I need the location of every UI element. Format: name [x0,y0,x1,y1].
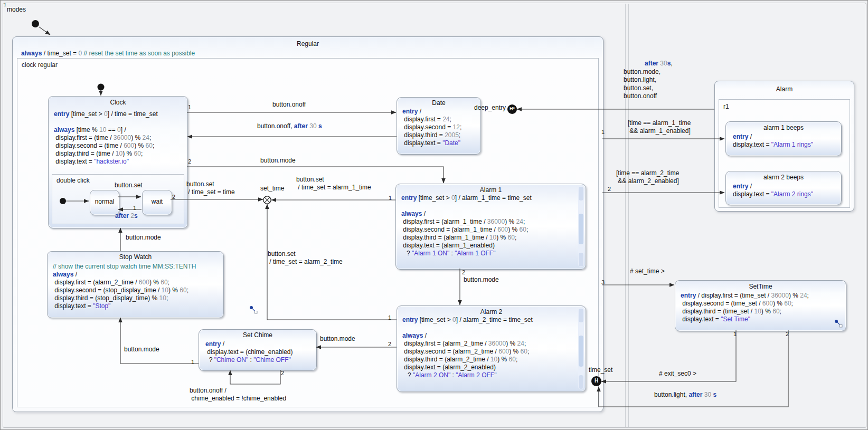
transition-priority: 2 [188,159,191,165]
transition-set-chime-to-stop-watch[interactable] [120,318,199,364]
transition-priority: 2 [388,341,391,347]
time-set-entry-label: time_set [589,366,612,374]
transition-set-chime-self[interactable] [230,370,280,384]
transition-priority: 1 [388,315,391,321]
initial-state-dot[interactable] [98,84,105,91]
transition-priority: 1 [389,195,392,201]
label-date-to-clock[interactable]: button.onoff, after 30 s [257,122,322,130]
label-alarm2-to-set-time[interactable]: button.set / time_set = alarm_2_time [268,250,343,266]
shallow-history-entry-icon[interactable]: H [592,377,601,386]
label-set-chime-to-stop-watch[interactable]: button.mode [124,346,159,353]
label-regular-to-alarm1-beeps[interactable]: [time == alarm_1_time && alarm_1_enabled… [628,119,691,135]
statechart-canvas: 1 modes Regular always / time_set = 0 //… [0,0,868,430]
label-wait-to-set-time[interactable]: button.set / time_set = time [186,180,235,196]
transition-priority: 1 [133,205,136,211]
transition-priority: 1 [188,104,191,110]
transition-priority: 2 [462,270,465,275]
label-clock-to-date[interactable]: button.onoff [272,101,306,109]
initial-state-dot[interactable] [60,198,66,204]
label-regular-to-alarm2-beeps[interactable]: [time == alarm_2_time && alarm_2_enabled… [616,169,679,185]
transition-priority: 2 [172,194,175,200]
transition-priority: 1 [733,331,737,337]
label-alarm2-to-set-chime[interactable]: button.mode [320,335,355,343]
transition-priority: 1 [191,359,194,365]
label-set-time-exit-sec0[interactable]: # exit_sec0 > [659,370,696,378]
transition-priority: 3 [601,280,605,285]
exit-point-set-time-icon[interactable] [263,196,271,204]
label-alarm-to-deep-entry[interactable]: after 30s,button.mode,button.light,butto… [624,60,673,101]
label-regular-to-set-time[interactable]: # set_time > [630,267,665,275]
label-set-chime-self[interactable]: button.onoff / chime_enabled = !chime_en… [190,387,286,403]
label-alarm1-to-alarm2[interactable]: button.mode [464,276,499,284]
transition-priority: 2 [281,370,284,376]
label-stop-watch-to-clock[interactable]: button.mode [126,234,161,242]
label-clock-to-alarm1[interactable]: button.mode [260,157,296,165]
transition-priority: 2 [608,186,611,192]
label-normal-to-wait[interactable]: button.set [115,181,143,189]
label-wait-to-normal[interactable]: after 2s [115,212,138,220]
label-alarm1-to-set-time[interactable]: button.set / time_set = alarm_1_time [296,176,371,192]
deep-history-entry-icon[interactable]: H* [508,105,516,113]
deep-entry-label: deep_entry [474,104,506,112]
transition-priority: 2 [786,331,789,337]
set-time-exit-label: set_time [260,185,284,193]
transition-priority: 1 [601,129,605,135]
transition-initial-to-regular[interactable] [39,27,50,35]
initial-state-dot[interactable] [32,20,39,27]
label-set-time-button-light[interactable]: button.light, after 30 s [654,391,716,399]
